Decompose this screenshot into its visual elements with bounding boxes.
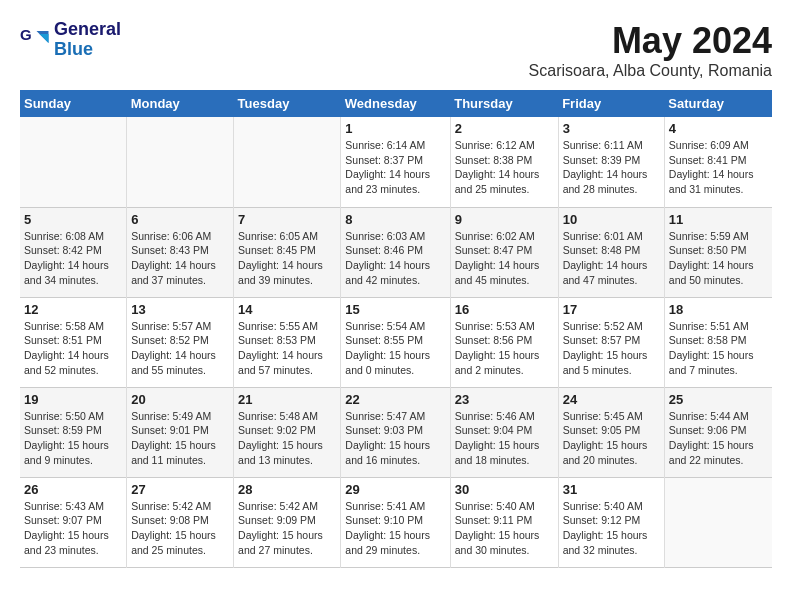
day-number: 29 <box>345 482 445 497</box>
day-number: 5 <box>24 212 122 227</box>
calendar-cell: 21Sunrise: 5:48 AM Sunset: 9:02 PM Dayli… <box>234 387 341 477</box>
day-number: 12 <box>24 302 122 317</box>
calendar-cell: 15Sunrise: 5:54 AM Sunset: 8:55 PM Dayli… <box>341 297 450 387</box>
calendar-cell: 26Sunrise: 5:43 AM Sunset: 9:07 PM Dayli… <box>20 477 127 567</box>
day-info: Sunrise: 5:50 AM Sunset: 8:59 PM Dayligh… <box>24 409 122 468</box>
calendar-cell: 19Sunrise: 5:50 AM Sunset: 8:59 PM Dayli… <box>20 387 127 477</box>
calendar-cell: 18Sunrise: 5:51 AM Sunset: 8:58 PM Dayli… <box>664 297 772 387</box>
day-info: Sunrise: 6:02 AM Sunset: 8:47 PM Dayligh… <box>455 229 554 288</box>
day-info: Sunrise: 5:52 AM Sunset: 8:57 PM Dayligh… <box>563 319 660 378</box>
day-info: Sunrise: 5:58 AM Sunset: 8:51 PM Dayligh… <box>24 319 122 378</box>
day-number: 9 <box>455 212 554 227</box>
day-number: 18 <box>669 302 768 317</box>
day-info: Sunrise: 6:05 AM Sunset: 8:45 PM Dayligh… <box>238 229 336 288</box>
calendar-cell: 1Sunrise: 6:14 AM Sunset: 8:37 PM Daylig… <box>341 117 450 207</box>
day-info: Sunrise: 5:43 AM Sunset: 9:07 PM Dayligh… <box>24 499 122 558</box>
calendar-cell: 28Sunrise: 5:42 AM Sunset: 9:09 PM Dayli… <box>234 477 341 567</box>
calendar-cell: 5Sunrise: 6:08 AM Sunset: 8:42 PM Daylig… <box>20 207 127 297</box>
day-number: 16 <box>455 302 554 317</box>
day-info: Sunrise: 5:49 AM Sunset: 9:01 PM Dayligh… <box>131 409 229 468</box>
calendar-cell: 13Sunrise: 5:57 AM Sunset: 8:52 PM Dayli… <box>127 297 234 387</box>
calendar-cell: 31Sunrise: 5:40 AM Sunset: 9:12 PM Dayli… <box>558 477 664 567</box>
day-number: 26 <box>24 482 122 497</box>
day-info: Sunrise: 5:41 AM Sunset: 9:10 PM Dayligh… <box>345 499 445 558</box>
calendar-week-5: 26Sunrise: 5:43 AM Sunset: 9:07 PM Dayli… <box>20 477 772 567</box>
calendar-cell: 23Sunrise: 5:46 AM Sunset: 9:04 PM Dayli… <box>450 387 558 477</box>
calendar-cell: 16Sunrise: 5:53 AM Sunset: 8:56 PM Dayli… <box>450 297 558 387</box>
main-title: May 2024 <box>529 20 772 62</box>
calendar-cell <box>127 117 234 207</box>
logo-line1: General <box>54 20 121 40</box>
day-info: Sunrise: 6:01 AM Sunset: 8:48 PM Dayligh… <box>563 229 660 288</box>
logo-text: General Blue <box>54 20 121 60</box>
day-info: Sunrise: 6:06 AM Sunset: 8:43 PM Dayligh… <box>131 229 229 288</box>
day-number: 14 <box>238 302 336 317</box>
calendar-cell <box>664 477 772 567</box>
title-block: May 2024 Scarisoara, Alba County, Romani… <box>529 20 772 80</box>
day-number: 6 <box>131 212 229 227</box>
calendar-cell: 3Sunrise: 6:11 AM Sunset: 8:39 PM Daylig… <box>558 117 664 207</box>
day-info: Sunrise: 5:53 AM Sunset: 8:56 PM Dayligh… <box>455 319 554 378</box>
day-info: Sunrise: 6:14 AM Sunset: 8:37 PM Dayligh… <box>345 138 445 197</box>
day-number: 10 <box>563 212 660 227</box>
calendar-cell: 22Sunrise: 5:47 AM Sunset: 9:03 PM Dayli… <box>341 387 450 477</box>
day-info: Sunrise: 5:51 AM Sunset: 8:58 PM Dayligh… <box>669 319 768 378</box>
day-number: 13 <box>131 302 229 317</box>
svg-text:G: G <box>20 26 32 43</box>
day-number: 24 <box>563 392 660 407</box>
day-number: 1 <box>345 121 445 136</box>
calendar-cell: 4Sunrise: 6:09 AM Sunset: 8:41 PM Daylig… <box>664 117 772 207</box>
day-number: 15 <box>345 302 445 317</box>
calendar-cell: 14Sunrise: 5:55 AM Sunset: 8:53 PM Dayli… <box>234 297 341 387</box>
day-number: 21 <box>238 392 336 407</box>
calendar-cell: 12Sunrise: 5:58 AM Sunset: 8:51 PM Dayli… <box>20 297 127 387</box>
day-info: Sunrise: 6:11 AM Sunset: 8:39 PM Dayligh… <box>563 138 660 197</box>
day-info: Sunrise: 5:55 AM Sunset: 8:53 PM Dayligh… <box>238 319 336 378</box>
calendar-cell: 29Sunrise: 5:41 AM Sunset: 9:10 PM Dayli… <box>341 477 450 567</box>
svg-marker-2 <box>40 34 49 43</box>
day-header-monday: Monday <box>127 90 234 117</box>
day-header-thursday: Thursday <box>450 90 558 117</box>
calendar-cell: 7Sunrise: 6:05 AM Sunset: 8:45 PM Daylig… <box>234 207 341 297</box>
day-info: Sunrise: 5:42 AM Sunset: 9:09 PM Dayligh… <box>238 499 336 558</box>
day-info: Sunrise: 5:44 AM Sunset: 9:06 PM Dayligh… <box>669 409 768 468</box>
calendar-cell: 25Sunrise: 5:44 AM Sunset: 9:06 PM Dayli… <box>664 387 772 477</box>
day-number: 2 <box>455 121 554 136</box>
day-info: Sunrise: 5:40 AM Sunset: 9:12 PM Dayligh… <box>563 499 660 558</box>
day-number: 27 <box>131 482 229 497</box>
day-number: 25 <box>669 392 768 407</box>
day-info: Sunrise: 5:59 AM Sunset: 8:50 PM Dayligh… <box>669 229 768 288</box>
day-number: 3 <box>563 121 660 136</box>
day-number: 31 <box>563 482 660 497</box>
calendar-cell: 27Sunrise: 5:42 AM Sunset: 9:08 PM Dayli… <box>127 477 234 567</box>
day-number: 7 <box>238 212 336 227</box>
calendar-cell: 11Sunrise: 5:59 AM Sunset: 8:50 PM Dayli… <box>664 207 772 297</box>
day-info: Sunrise: 5:40 AM Sunset: 9:11 PM Dayligh… <box>455 499 554 558</box>
day-header-friday: Friday <box>558 90 664 117</box>
day-info: Sunrise: 5:42 AM Sunset: 9:08 PM Dayligh… <box>131 499 229 558</box>
day-header-sunday: Sunday <box>20 90 127 117</box>
day-info: Sunrise: 5:46 AM Sunset: 9:04 PM Dayligh… <box>455 409 554 468</box>
calendar-cell: 24Sunrise: 5:45 AM Sunset: 9:05 PM Dayli… <box>558 387 664 477</box>
day-info: Sunrise: 6:09 AM Sunset: 8:41 PM Dayligh… <box>669 138 768 197</box>
day-number: 11 <box>669 212 768 227</box>
calendar-cell: 20Sunrise: 5:49 AM Sunset: 9:01 PM Dayli… <box>127 387 234 477</box>
day-number: 23 <box>455 392 554 407</box>
calendar-cell: 2Sunrise: 6:12 AM Sunset: 8:38 PM Daylig… <box>450 117 558 207</box>
day-header-saturday: Saturday <box>664 90 772 117</box>
calendar-week-4: 19Sunrise: 5:50 AM Sunset: 8:59 PM Dayli… <box>20 387 772 477</box>
day-number: 28 <box>238 482 336 497</box>
day-info: Sunrise: 5:54 AM Sunset: 8:55 PM Dayligh… <box>345 319 445 378</box>
days-header-row: SundayMondayTuesdayWednesdayThursdayFrid… <box>20 90 772 117</box>
calendar-cell: 9Sunrise: 6:02 AM Sunset: 8:47 PM Daylig… <box>450 207 558 297</box>
calendar-cell <box>20 117 127 207</box>
logo-icon: G <box>20 25 50 55</box>
day-info: Sunrise: 5:57 AM Sunset: 8:52 PM Dayligh… <box>131 319 229 378</box>
calendar-week-3: 12Sunrise: 5:58 AM Sunset: 8:51 PM Dayli… <box>20 297 772 387</box>
calendar-cell: 6Sunrise: 6:06 AM Sunset: 8:43 PM Daylig… <box>127 207 234 297</box>
calendar-cell <box>234 117 341 207</box>
calendar-table: SundayMondayTuesdayWednesdayThursdayFrid… <box>20 90 772 568</box>
day-number: 19 <box>24 392 122 407</box>
logo: G General Blue <box>20 20 121 60</box>
day-info: Sunrise: 5:48 AM Sunset: 9:02 PM Dayligh… <box>238 409 336 468</box>
